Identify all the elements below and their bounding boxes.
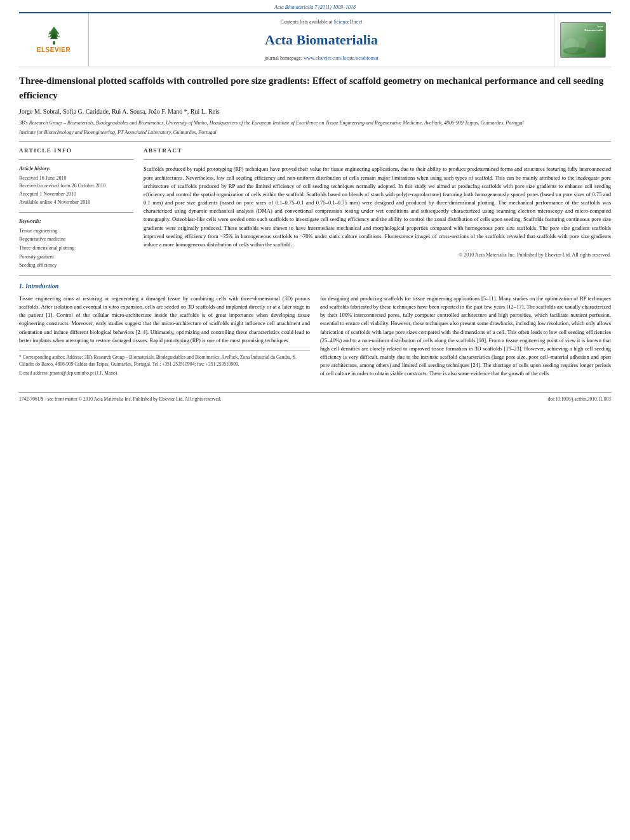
intro-text-right: for designing and producing scaffolds fo…: [320, 295, 611, 378]
journal-header: ELSEVIER Contents lists available at Sci…: [19, 12, 611, 67]
citation-text: Acta Biomaterialia 7 (2011) 1009–1018: [274, 4, 356, 10]
abstract-col: ABSTRACT Scaffolds produced by rapid pro…: [144, 147, 611, 270]
svg-point-6: [48, 36, 50, 38]
footnote-email: E-mail address: jmano@dep.uminho.pt (J.F…: [19, 370, 310, 377]
elsevier-name: ELSEVIER: [37, 46, 70, 55]
date-received: Received 16 June 2010 Received in revise…: [19, 175, 133, 207]
article-body: Three-dimensional plotted scaffolds with…: [0, 67, 630, 388]
contents-available: Contents lists available at ScienceDirec…: [281, 18, 363, 25]
footnote-corresponding: * Corresponding author. Address: 3B's Re…: [19, 354, 310, 368]
abstract-header: ABSTRACT: [144, 147, 611, 155]
footnotes: * Corresponding author. Address: 3B's Re…: [19, 350, 310, 377]
divider-1: [19, 141, 611, 142]
section-title: 1. Introduction: [19, 282, 611, 291]
article-title: Three-dimensional plotted scaffolds with…: [19, 74, 611, 102]
introduction-section: 1. Introduction Tissue engineering aims …: [19, 282, 611, 382]
article-info-header: ARTICLE INFO: [19, 147, 133, 155]
journal-cover-area: ActaBiomaterialia: [554, 13, 611, 67]
bottom-bar: 1742-7061/$ - see front matter © 2010 Ac…: [19, 392, 611, 404]
svg-rect-0: [53, 41, 55, 44]
header-center: Contents lists available at ScienceDirec…: [89, 13, 554, 67]
journal-cover-image: ActaBiomaterialia: [560, 22, 606, 58]
info-abstract-section: ARTICLE INFO Article history: Received 1…: [19, 147, 611, 270]
svg-point-4: [49, 31, 51, 34]
abstract-text: Scaffolds produced by rapid prototyping …: [144, 165, 611, 259]
divider-5: [19, 275, 611, 276]
copyright: © 2010 Acta Materialia Inc. Published by…: [144, 251, 611, 259]
history-label: Article history:: [19, 165, 133, 172]
sciencedirect-link[interactable]: ScienceDirect: [334, 19, 363, 25]
keywords-section: Keywords: Tissue engineering Regenerativ…: [19, 218, 133, 270]
page: Acta Biomaterialia 7 (2011) 1009–1018: [0, 0, 630, 840]
journal-title: Acta Biomaterialia: [265, 30, 378, 50]
journal-citation: Acta Biomaterialia 7 (2011) 1009–1018: [0, 0, 630, 12]
keywords-label: Keywords:: [19, 218, 133, 225]
journal-homepage: journal homepage: www.elsevier.com/locat…: [264, 55, 378, 62]
keywords-list: Tissue engineering Regenerative medicine…: [19, 227, 133, 270]
cover-title: ActaBiomaterialia: [584, 25, 603, 32]
cover-decoration: [562, 33, 600, 55]
intro-text-left: Tissue engineering aims at restoring or …: [19, 295, 310, 345]
divider-4: [144, 159, 611, 160]
elsevier-wordmark: [45, 25, 63, 46]
intro-col-right: for designing and producing scaffolds fo…: [320, 295, 611, 382]
intro-columns: Tissue engineering aims at restoring or …: [19, 295, 611, 382]
article-info-col: ARTICLE INFO Article history: Received 1…: [19, 147, 133, 270]
doi-line: doi:10.1016/j.actbio.2010.11.003: [547, 396, 611, 403]
intro-col-left: Tissue engineering aims at restoring or …: [19, 295, 310, 382]
svg-point-10: [585, 41, 596, 53]
homepage-link[interactable]: www.elsevier.com/locate/actabiomat: [304, 55, 379, 61]
divider-3: [19, 212, 133, 213]
issn-line: 1742-7061/$ - see front matter © 2010 Ac…: [19, 396, 221, 403]
divider-2: [19, 159, 133, 160]
affiliation-1: 3B's Research Group – Biomaterials, Biod…: [19, 119, 611, 126]
authors-line: Jorge M. Sobral, Sofia G. Caridade, Rui …: [19, 107, 611, 116]
svg-point-5: [57, 32, 58, 34]
svg-point-7: [58, 36, 60, 38]
elsevier-tree-icon: [45, 25, 63, 46]
svg-point-11: [563, 47, 586, 55]
affiliation-2: Institute for Biotechnology and Bioengin…: [19, 129, 611, 136]
article-history: Article history: Received 16 June 2010 R…: [19, 165, 133, 206]
elsevier-logo-area: ELSEVIER: [19, 13, 89, 67]
